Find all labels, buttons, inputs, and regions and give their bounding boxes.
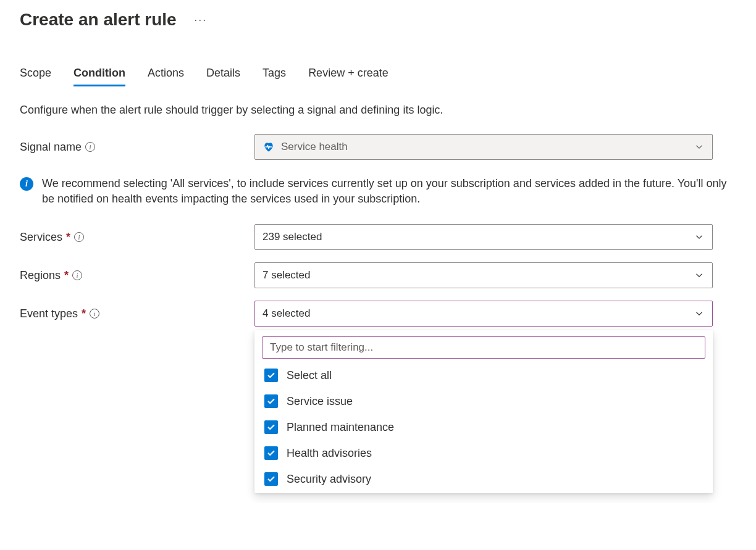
regions-label: Regions — [20, 269, 61, 282]
required-indicator: * — [64, 269, 69, 282]
signal-name-value: Service health — [281, 141, 348, 153]
services-select[interactable]: 239 selected — [254, 224, 713, 250]
service-health-icon — [262, 141, 275, 153]
option-select-all[interactable]: Select all — [264, 369, 705, 382]
event-types-select[interactable]: 4 selected — [254, 301, 713, 327]
option-label: Planned maintenance — [287, 421, 394, 434]
regions-select[interactable]: 7 selected — [254, 262, 713, 288]
info-icon[interactable]: i — [72, 270, 82, 280]
option-service-issue[interactable]: Service issue — [264, 394, 705, 408]
signal-name-select[interactable]: Service health — [254, 134, 713, 160]
option-label: Security advisory — [287, 473, 371, 486]
option-label: Select all — [287, 369, 332, 382]
option-label: Health advisories — [287, 447, 372, 460]
tab-condition[interactable]: Condition — [74, 67, 125, 86]
chevron-down-icon — [694, 270, 705, 281]
tab-actions[interactable]: Actions — [148, 67, 184, 86]
services-value: 239 selected — [262, 231, 322, 243]
checkbox-checked-icon — [264, 446, 278, 460]
regions-value: 7 selected — [262, 269, 311, 281]
option-label: Service issue — [287, 395, 353, 408]
filter-input[interactable] — [262, 336, 705, 359]
checkbox-checked-icon — [264, 472, 278, 486]
tab-tags[interactable]: Tags — [262, 67, 286, 86]
chevron-down-icon — [694, 141, 705, 152]
tabs-bar: Scope Condition Actions Details Tags Rev… — [20, 67, 736, 86]
info-icon[interactable]: i — [85, 142, 95, 152]
required-indicator: * — [66, 231, 70, 244]
event-types-label: Event types — [20, 307, 78, 320]
tab-description: Configure when the alert rule should tri… — [20, 104, 736, 117]
more-actions-button[interactable]: ··· — [194, 14, 207, 27]
required-indicator: * — [82, 307, 86, 320]
checkbox-checked-icon — [264, 369, 278, 382]
chevron-down-icon — [694, 231, 705, 243]
info-icon[interactable]: i — [74, 232, 84, 242]
checkbox-checked-icon — [264, 394, 278, 408]
info-banner-icon: i — [20, 177, 33, 191]
signal-name-label: Signal name — [20, 141, 82, 154]
option-security-advisory[interactable]: Security advisory — [264, 472, 705, 486]
tab-review-create[interactable]: Review + create — [308, 67, 388, 86]
tab-details[interactable]: Details — [206, 67, 240, 86]
checkbox-checked-icon — [264, 420, 278, 434]
event-types-dropdown: Select all Service issue Planned mainten… — [254, 330, 713, 493]
event-types-value: 4 selected — [262, 307, 311, 320]
option-planned-maintenance[interactable]: Planned maintenance — [264, 420, 705, 434]
info-banner-text: We recommend selecting 'All services', t… — [42, 176, 736, 207]
page-title: Create an alert rule — [20, 10, 177, 30]
tab-scope[interactable]: Scope — [20, 67, 51, 86]
option-health-advisories[interactable]: Health advisories — [264, 446, 705, 460]
info-icon[interactable]: i — [90, 309, 99, 319]
chevron-down-icon — [694, 308, 705, 319]
services-label: Services — [20, 231, 62, 244]
